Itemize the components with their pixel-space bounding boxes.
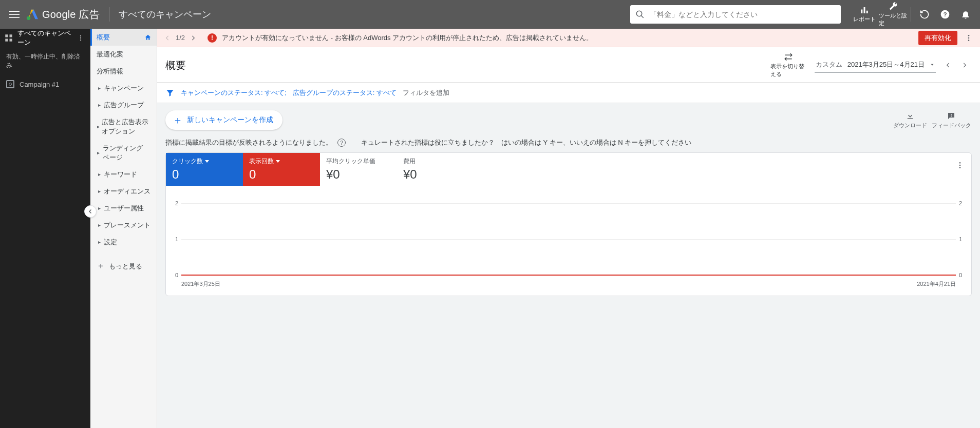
search-input[interactable] <box>650 10 841 18</box>
x-start-label: 2021年3月25日 <box>181 280 220 288</box>
svg-text:?: ? <box>943 11 947 17</box>
alert-message: アカウントが有効になっていません - お客様の AdWords アカウントの利用… <box>222 33 918 43</box>
next-alert-button[interactable] <box>187 32 199 44</box>
collapse-nav-button[interactable] <box>84 205 97 218</box>
dropdown-icon <box>276 160 280 163</box>
filter-icon[interactable] <box>165 88 175 98</box>
feedback-button[interactable]: フィードバック <box>931 111 972 129</box>
nav-overview[interactable]: 概要 <box>90 29 157 46</box>
reactivate-button[interactable]: 再有効化 <box>918 31 957 45</box>
hint-left: 指標に掲載結果の目標が反映されるようになりました。 <box>165 138 332 147</box>
filter-bar: キャンペーンのステータス: すべて; 広告グループのステータス: すべて フィル… <box>157 83 980 103</box>
svg-rect-27 <box>951 116 952 117</box>
y-tick: 0 <box>959 272 962 278</box>
nav-audiences[interactable]: ▸オーディエンス <box>90 183 157 200</box>
scope-title: すべてのキャンペーン <box>119 8 211 21</box>
bar-chart-icon <box>860 6 869 15</box>
divider <box>911 7 911 22</box>
add-filter[interactable]: フィルタを追加 <box>403 88 449 98</box>
chevron-right-icon: ▸ <box>97 149 101 157</box>
gridline <box>181 203 956 204</box>
help-icon[interactable]: ? <box>337 139 346 147</box>
chevron-right-icon: ▸ <box>97 85 102 91</box>
new-campaign-button[interactable]: ＋ 新しいキャンペーンを作成 <box>165 110 282 130</box>
view-toggle-button[interactable]: 表示を切り替える <box>770 52 806 78</box>
svg-point-30 <box>959 167 961 168</box>
y-tick: 1 <box>175 236 178 242</box>
y-tick: 0 <box>175 272 178 278</box>
nav-label: ユーザー属性 <box>104 204 144 213</box>
metric-cost[interactable]: 費用 ¥0 <box>397 153 474 186</box>
help-button[interactable]: ? <box>935 4 955 25</box>
download-label: ダウンロード <box>893 122 927 129</box>
svg-rect-10 <box>866 11 868 13</box>
svg-point-17 <box>80 35 81 36</box>
date-range-type: カスタム <box>816 60 842 69</box>
svg-rect-9 <box>864 7 865 13</box>
reports-button[interactable]: レポート <box>850 6 879 23</box>
nav-campaigns[interactable]: ▸キャンペーン <box>90 80 157 96</box>
plus-icon: ＋ <box>173 115 183 125</box>
metric-label: クリック数 <box>172 157 203 166</box>
search-box[interactable] <box>630 5 841 24</box>
nav-keywords[interactable]: ▸キーワード <box>90 166 157 183</box>
product-logo[interactable]: Google 広告 <box>27 8 100 22</box>
date-nav <box>941 58 972 72</box>
date-next-button[interactable] <box>957 58 972 72</box>
nav-settings[interactable]: ▸設定 <box>90 234 157 250</box>
download-button[interactable]: ダウンロード <box>890 111 931 129</box>
page-title-row: 概要 表示を切り替える カスタム 2021年3月25日～4月21日 <box>157 47 980 83</box>
refresh-button[interactable] <box>914 4 935 25</box>
status-filter[interactable]: 有効、一時停止中、削除済み <box>0 47 90 75</box>
metric-clicks[interactable]: クリック数 0 <box>166 153 243 186</box>
svg-rect-8 <box>861 10 862 14</box>
nav-label: プレースメント <box>104 221 150 230</box>
nav-insights[interactable]: 分析情報 <box>90 63 157 80</box>
nav-label: 概要 <box>97 33 110 42</box>
date-range-picker[interactable]: カスタム 2021年3月25日～4月21日 <box>815 58 936 73</box>
prev-alert-button[interactable] <box>161 32 174 44</box>
metric-value: 0 <box>172 167 237 182</box>
y-tick: 2 <box>175 200 178 206</box>
banner-more-button[interactable] <box>962 31 976 45</box>
nav-recommendations[interactable]: 最適化案 <box>90 46 157 63</box>
nav-demographics[interactable]: ▸ユーザー属性 <box>90 200 157 217</box>
nav-landing-pages[interactable]: ▸ランディング ページ <box>90 140 157 166</box>
sidebar-nav: 概要 最適化案 分析情報 ▸キャンペーン ▸広告グループ ▸広告と広告表示オプシ… <box>90 29 157 428</box>
nav-label: ランディング ページ <box>103 144 150 162</box>
campaign-status-filter[interactable]: キャンペーンのステータス: すべて; <box>181 88 287 98</box>
nav-ads-extensions[interactable]: ▸広告と広告表示オプション <box>90 113 157 140</box>
adgroup-status-filter[interactable]: 広告グループのステータス: すべて <box>293 88 397 98</box>
scope-selector[interactable]: すべてのキャンペーン <box>0 29 90 47</box>
nav-more[interactable]: ＋ もっと見る <box>90 256 157 277</box>
svg-point-18 <box>80 37 81 38</box>
nav-adgroups[interactable]: ▸広告グループ <box>90 96 157 113</box>
nav-placements[interactable]: ▸プレースメント <box>90 217 157 234</box>
metric-impressions[interactable]: 表示回数 0 <box>243 153 320 186</box>
date-prev-button[interactable] <box>941 58 955 72</box>
nav-label: キーワード <box>104 170 137 179</box>
tools-settings-button[interactable]: ツールと設定 <box>879 2 908 27</box>
nav-label: 広告グループ <box>104 101 144 110</box>
metric-label: 表示回数 <box>249 157 274 166</box>
campaign-item[interactable]: Campaign #1 <box>0 75 90 93</box>
svg-rect-14 <box>10 34 12 37</box>
search-icon <box>630 10 650 19</box>
svg-point-29 <box>959 165 961 166</box>
metric-avg-cpc[interactable]: 平均クリック単価 ¥0 <box>320 153 397 186</box>
overview-card: クリック数 0 表示回数 0 平均クリック単価 ¥0 費用 ¥0 <box>165 152 972 296</box>
dropdown-icon <box>930 62 935 67</box>
more-icon[interactable] <box>77 34 86 42</box>
svg-rect-2 <box>9 17 20 18</box>
notifications-button[interactable] <box>955 4 976 25</box>
tools-label: ツールと設定 <box>879 12 908 27</box>
chevron-right-icon: ▸ <box>97 123 100 130</box>
menu-icon[interactable] <box>4 4 25 25</box>
card-menu-button[interactable] <box>953 158 967 172</box>
date-range-value: 2021年3月25日～4月21日 <box>847 60 925 69</box>
metric-label: 平均クリック単価 <box>326 157 375 166</box>
action-bar: ＋ 新しいキャンペーンを作成 ダウンロード フィードバック <box>157 103 980 135</box>
svg-rect-13 <box>5 34 8 37</box>
nav-label: もっと見る <box>109 262 142 271</box>
feedback-icon <box>947 111 956 121</box>
